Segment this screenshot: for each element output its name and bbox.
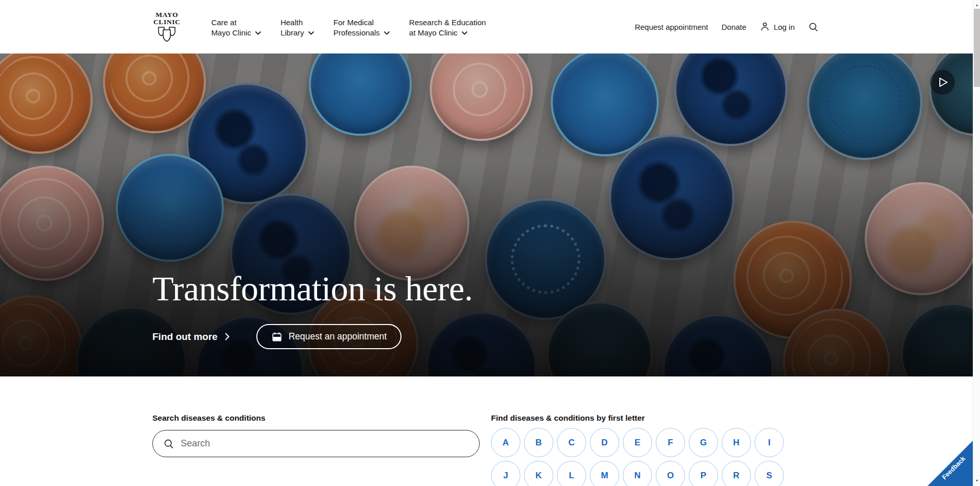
letter-button-b[interactable]: B (524, 428, 553, 457)
request-appointment-button[interactable]: Request an appointment (256, 324, 402, 349)
calendar-icon (271, 331, 283, 343)
nav-item-for-medical-professionals[interactable]: For Medical Professionals (334, 17, 390, 38)
letters-grid: A B C D E F G H I J K L M N O P R S (491, 428, 784, 486)
nav-item-health-library[interactable]: Health Library (281, 17, 314, 38)
nav-label: Professionals (334, 28, 380, 38)
find-out-more-label: Find out more (152, 331, 218, 343)
letter-button-s[interactable]: S (755, 461, 784, 486)
letter-button-e[interactable]: E (623, 428, 652, 457)
search-icon (163, 438, 174, 449)
letter-button-p[interactable]: P (689, 461, 718, 486)
search-icon (808, 22, 819, 32)
find-out-more-link[interactable]: Find out more (152, 331, 230, 343)
mayo-clinic-logo[interactable]: MAYO CLINIC (153, 11, 180, 42)
mayo-clinic-homepage: MAYO CLINIC Care at Mayo Clinic Health L… (0, 0, 973, 486)
chevron-down-icon (384, 31, 390, 35)
letters-row-2: J K L M N O P R S (491, 461, 784, 486)
search-input-wrapper (152, 430, 480, 457)
video-play-button[interactable] (930, 70, 955, 95)
nav-label: Research & Education (409, 18, 486, 27)
play-icon (936, 76, 949, 89)
letters-row-1: A B C D E F G H I (491, 428, 784, 457)
letter-button-f[interactable]: F (656, 428, 685, 457)
search-diseases-label: Search diseases & conditions (152, 413, 266, 423)
letters-label: Find diseases & conditions by first lett… (491, 413, 645, 423)
search-button[interactable] (808, 22, 819, 32)
nav-label: at Mayo Clinic (409, 28, 458, 38)
header-actions: Request appointment Donate Log in (635, 22, 819, 32)
request-appointment-label: Request an appointment (289, 331, 387, 342)
chevron-down-icon (255, 31, 261, 35)
nav-label: Mayo Clinic (211, 28, 251, 38)
nav-item-care-at-mayo-clinic[interactable]: Care at Mayo Clinic (211, 17, 261, 38)
site-header: MAYO CLINIC Care at Mayo Clinic Health L… (0, 0, 973, 53)
hero-section: Transformation is here. Find out more Re… (0, 53, 973, 376)
letter-button-i[interactable]: I (755, 428, 784, 457)
hero-cta-row: Find out more Request an appointment (152, 324, 401, 349)
scroll-down-arrow-icon[interactable]: ▼ (973, 477, 980, 484)
letter-button-c[interactable]: C (557, 428, 586, 457)
letter-button-a[interactable]: A (491, 428, 520, 457)
nav-label: Care at (211, 18, 236, 27)
letter-button-m[interactable]: M (590, 461, 619, 486)
mayo-clinic-logo-text: MAYO CLINIC (153, 11, 180, 26)
letter-button-n[interactable]: N (623, 461, 652, 486)
scrollbar[interactable]: ▲ ▼ (973, 0, 980, 486)
nav-item-research-education[interactable]: Research & Education at Mayo Clinic (409, 17, 486, 38)
chevron-down-icon (462, 31, 467, 35)
login-link[interactable]: Log in (760, 22, 795, 32)
donate-link[interactable]: Donate (722, 23, 746, 31)
letter-button-h[interactable]: H (722, 428, 751, 457)
chevron-right-icon (225, 333, 230, 340)
primary-nav: Care at Mayo Clinic Health Library For M… (211, 17, 486, 38)
letter-button-d[interactable]: D (590, 428, 619, 457)
request-appointment-link[interactable]: Request appointment (635, 23, 708, 31)
chevron-down-icon (308, 31, 314, 35)
letter-button-r[interactable]: R (722, 461, 751, 486)
letter-button-l[interactable]: L (557, 461, 586, 486)
hero-dark-overlay (0, 53, 973, 376)
diseases-conditions-section: Search diseases & conditions Find diseas… (0, 376, 973, 486)
scroll-up-arrow-icon[interactable]: ▲ (973, 1, 980, 8)
letter-button-g[interactable]: G (689, 428, 718, 457)
hero-headline: Transformation is here. (152, 268, 472, 309)
letter-button-k[interactable]: K (524, 461, 553, 486)
nav-label: For Medical (334, 18, 374, 27)
user-icon (760, 22, 770, 32)
letter-button-j[interactable]: J (491, 461, 520, 486)
scrollbar-thumb[interactable] (974, 9, 980, 87)
nav-label: Health (281, 18, 303, 27)
mayo-triple-shield-icon (157, 27, 177, 42)
search-input[interactable] (181, 438, 474, 449)
login-label: Log in (774, 23, 795, 31)
letter-button-o[interactable]: O (656, 461, 685, 486)
nav-label: Library (281, 28, 304, 38)
